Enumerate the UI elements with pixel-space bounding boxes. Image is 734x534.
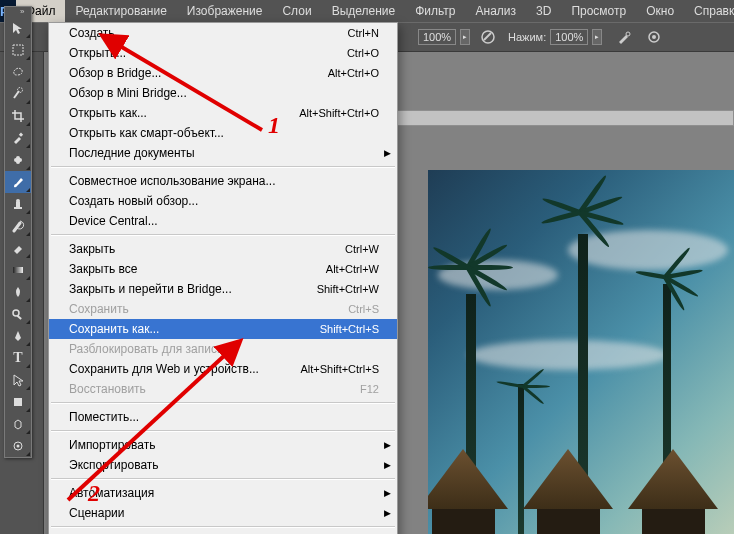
palette-collapse-icon[interactable]: » (20, 9, 28, 15)
menu-item-label: Сохранить как... (69, 322, 320, 336)
menu-item-label: Импортировать (69, 438, 379, 452)
menu-item-label: Сценарии (69, 506, 379, 520)
history-brush-tool[interactable] (5, 215, 31, 237)
svg-point-11 (16, 199, 20, 203)
type-tool[interactable]: T (5, 347, 31, 369)
dodge-tool[interactable] (5, 303, 31, 325)
pressure-stepper[interactable]: ▸ (592, 29, 602, 45)
menu-item-label: Экспортировать (69, 458, 379, 472)
menu-separator (51, 234, 395, 236)
tool-palette: » T (4, 6, 32, 458)
file-menu-item[interactable]: Сценарии▶ (49, 503, 397, 523)
menu-item-shortcut: Alt+Shift+Ctrl+S (300, 363, 379, 375)
pressure-label: Нажим: (508, 31, 546, 43)
shape-tool[interactable] (5, 391, 31, 413)
brush-tool[interactable] (5, 171, 31, 193)
stamp-tool[interactable] (5, 193, 31, 215)
file-menu-item[interactable]: Закрыть всеAlt+Ctrl+W (49, 259, 397, 279)
menu-item-label: Сохранить (69, 302, 348, 316)
menu-3d[interactable]: 3D (526, 0, 561, 22)
menu-item-label: Создать новый обзор... (69, 194, 379, 208)
file-menu-item[interactable]: Обзор в Mini Bridge... (49, 83, 397, 103)
quick-select-tool[interactable] (5, 83, 31, 105)
marquee-tool[interactable] (5, 39, 31, 61)
menu-window[interactable]: Окно (636, 0, 684, 22)
file-menu-item[interactable]: Последние документы▶ (49, 143, 397, 163)
menu-item-shortcut: Ctrl+W (345, 243, 379, 255)
svg-rect-9 (14, 207, 22, 209)
eyedropper-tool[interactable] (5, 127, 31, 149)
menu-analysis[interactable]: Анализ (466, 0, 527, 22)
blur-tool[interactable] (5, 281, 31, 303)
crop-tool[interactable] (5, 105, 31, 127)
menu-item-shortcut: Ctrl+O (347, 47, 379, 59)
menu-separator (51, 430, 395, 432)
svg-rect-6 (19, 133, 23, 137)
menu-item-label: Открыть как смарт-объект... (69, 126, 379, 140)
menu-item-label: Открыть... (69, 46, 347, 60)
tablet-pressure-opacity-icon[interactable] (478, 27, 498, 47)
file-menu-item[interactable]: Открыть...Ctrl+O (49, 43, 397, 63)
menu-item-label: Автоматизация (69, 486, 379, 500)
path-select-tool[interactable] (5, 369, 31, 391)
file-menu-item[interactable]: Автоматизация▶ (49, 483, 397, 503)
menu-layers[interactable]: Слои (272, 0, 321, 22)
menu-select[interactable]: Выделение (322, 0, 406, 22)
airbrush-icon[interactable] (614, 27, 634, 47)
svg-rect-15 (14, 398, 22, 406)
file-menu-item[interactable]: Импортировать▶ (49, 435, 397, 455)
canvas-image[interactable] (428, 170, 734, 534)
3d-camera-tool[interactable] (5, 435, 31, 457)
pressure-value[interactable]: 100% (550, 29, 588, 45)
file-menu-item[interactable]: Открыть как...Alt+Shift+Ctrl+O (49, 103, 397, 123)
menu-item-label: Закрыть все (69, 262, 326, 276)
menu-item-shortcut: Alt+Ctrl+O (328, 67, 379, 79)
svg-rect-14 (17, 315, 22, 320)
menu-item-label: Обзор в Bridge... (69, 66, 328, 80)
eraser-tool[interactable] (5, 237, 31, 259)
file-menu-item[interactable]: Закрыть и перейти в Bridge...Shift+Ctrl+… (49, 279, 397, 299)
file-menu-item[interactable]: Открыть как смарт-объект... (49, 123, 397, 143)
3d-object-tool[interactable] (5, 413, 31, 435)
menu-item-shortcut: Ctrl+S (348, 303, 379, 315)
healing-brush-tool[interactable] (5, 149, 31, 171)
menu-image[interactable]: Изображение (177, 0, 273, 22)
menu-item-label: Сохранить для Web и устройств... (69, 362, 300, 376)
svg-rect-8 (16, 156, 20, 164)
file-menu-item: ВосстановитьF12 (49, 379, 397, 399)
file-menu-item[interactable]: Device Central... (49, 211, 397, 231)
file-menu-item[interactable]: Сохранить для Web и устройств...Alt+Shif… (49, 359, 397, 379)
file-menu-item[interactable]: Поместить... (49, 407, 397, 427)
svg-point-17 (17, 445, 20, 448)
file-menu-item[interactable]: Создать новый обзор... (49, 191, 397, 211)
opacity-stepper[interactable]: ▸ (460, 29, 470, 45)
file-menu-item[interactable]: Сохранить как...Shift+Ctrl+S (49, 319, 397, 339)
gradient-tool[interactable] (5, 259, 31, 281)
pen-tool[interactable] (5, 325, 31, 347)
file-menu-item[interactable]: ЗакрытьCtrl+W (49, 239, 397, 259)
lasso-tool[interactable] (5, 61, 31, 83)
menu-help[interactable]: Справк (684, 0, 734, 22)
file-dropdown: Создать...Ctrl+NОткрыть...Ctrl+OОбзор в … (48, 22, 398, 534)
menu-item-label: Device Central... (69, 214, 379, 228)
title-bar: Ps Файл Редактирование Изображение Слои … (0, 0, 734, 22)
menu-item-shortcut: F12 (360, 383, 379, 395)
opacity-value[interactable]: 100% (418, 29, 456, 45)
file-menu-item[interactable]: Совместное использование экрана... (49, 171, 397, 191)
submenu-arrow-icon: ▶ (384, 488, 391, 498)
menu-filter[interactable]: Фильтр (405, 0, 465, 22)
tablet-pressure-size-icon[interactable] (644, 27, 664, 47)
menu-separator (51, 166, 395, 168)
file-menu-item[interactable]: Экспортировать▶ (49, 455, 397, 475)
file-menu-item[interactable]: Обзор в Bridge...Alt+Ctrl+O (49, 63, 397, 83)
menu-view[interactable]: Просмотр (561, 0, 636, 22)
svg-point-5 (18, 88, 23, 93)
menu-item-label: Закрыть (69, 242, 345, 256)
file-menu-item[interactable]: Создать...Ctrl+N (49, 23, 397, 43)
menu-bar: Файл Редактирование Изображение Слои Выд… (16, 0, 734, 22)
menu-item-label: Восстановить (69, 382, 360, 396)
menu-edit[interactable]: Редактирование (65, 0, 176, 22)
move-tool[interactable] (5, 17, 31, 39)
menu-separator (51, 402, 395, 404)
submenu-arrow-icon: ▶ (384, 440, 391, 450)
